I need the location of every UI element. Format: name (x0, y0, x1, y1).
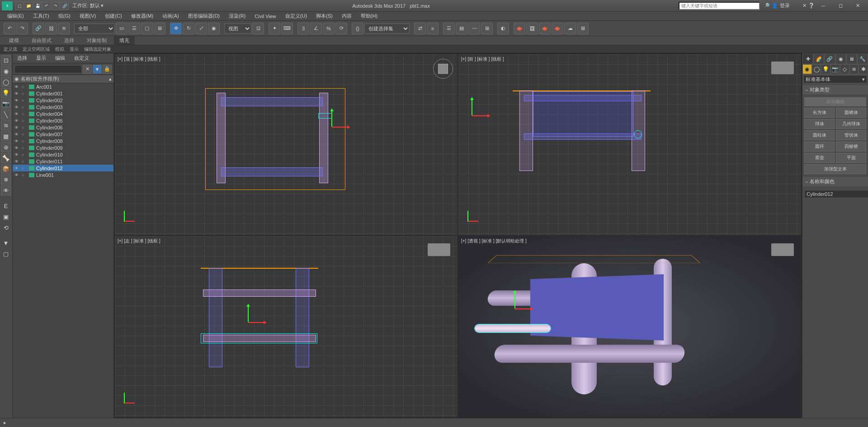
freeze-icon[interactable]: ○ (22, 85, 27, 89)
scene-object-row[interactable]: 👁○Cylinder006 (13, 124, 113, 131)
select-move-button[interactable]: ✥ (170, 23, 182, 34)
freeze-icon[interactable]: ○ (22, 112, 27, 116)
geometry-category-icon[interactable]: ◉ (802, 64, 812, 74)
scene-object-row[interactable]: 👁○Cylinder002 (13, 97, 113, 104)
camera-filter-icon[interactable]: 📷 (1, 99, 11, 109)
scene-tab-3[interactable]: 自定义 (70, 53, 94, 63)
ribbon-sub-1[interactable]: 定义空闲区域 (23, 46, 50, 52)
scene-filter-input[interactable] (14, 65, 82, 73)
menu-内容[interactable]: 内容 (338, 12, 355, 20)
link-button[interactable]: 🔗 (33, 23, 44, 34)
select-all-icon[interactable]: ⊡ (1, 55, 11, 65)
unlink-button[interactable]: ⛓ (45, 23, 57, 34)
scene-object-row[interactable]: 👁○Cylinder005 (13, 117, 113, 124)
shape-filter-icon[interactable]: ◯ (1, 77, 11, 87)
scene-object-row[interactable]: 👁○Cylinder010 (13, 151, 113, 158)
primitive-平面[interactable]: 平面 (836, 153, 866, 163)
named-selection-set[interactable]: 创建选择集 (364, 24, 410, 33)
menu-脚本[interactable]: 脚本(S) (312, 12, 336, 20)
visibility-icon[interactable]: 👁 (14, 132, 20, 137)
ribbon-tab-2[interactable]: 选择 (59, 36, 80, 45)
primitive-茶壶[interactable]: 茶壶 (804, 153, 835, 163)
spacewarps-category-icon[interactable]: ≋ (849, 64, 859, 74)
toggle-ribbon-button[interactable]: ▤ (456, 23, 467, 34)
collapse-icon[interactable]: ▣ (1, 212, 11, 222)
menu-图形编辑器[interactable]: 图形编辑器(D) (184, 12, 223, 20)
help-icon[interactable]: ❔ (808, 3, 815, 9)
visibility-icon[interactable]: 👁 (14, 166, 20, 171)
render-in-cloud-button[interactable]: ☁ (564, 23, 576, 34)
menu-工具[interactable]: 工具(T) (29, 12, 53, 20)
open-icon[interactable]: 📁 (24, 2, 33, 10)
visibility-icon[interactable]: 👁 (14, 152, 20, 157)
menu-动画[interactable]: 动画(A) (159, 12, 183, 20)
material-editor-button[interactable]: ◐ (497, 23, 509, 34)
open-a360-button[interactable]: ⊞ (577, 23, 589, 34)
group-filter-icon[interactable]: ▦ (1, 131, 11, 141)
scene-object-row[interactable]: 👁○Line001 (13, 171, 113, 178)
percent-snap-button[interactable]: % (323, 23, 335, 34)
rendered-frame-button[interactable]: 🖼 (526, 23, 538, 34)
angle-snap-button[interactable]: ∠ (310, 23, 322, 34)
undo-icon[interactable]: ↶ (42, 2, 51, 10)
xref-filter-icon[interactable]: ⊕ (1, 142, 11, 152)
primitive-加强型文本[interactable]: 加强型文本 (804, 164, 866, 174)
utilities-tab[interactable]: 🔧 (857, 53, 868, 64)
scene-tab-1[interactable]: 显示 (32, 53, 51, 63)
scene-object-row[interactable]: 👁○Cylinder009 (13, 144, 113, 151)
name-color-rollout[interactable]: −名称和颜色 (802, 177, 868, 186)
ref-coord-system[interactable]: 视图 (224, 24, 251, 33)
filter-toggle-icon[interactable]: ▼ (93, 65, 102, 74)
viewport-front[interactable]: [+] [前 ] [标准 ] [线框 ] (458, 54, 801, 235)
hierarchy-tab[interactable]: 🔗 (824, 53, 835, 64)
visibility-icon[interactable]: 👁 (14, 112, 20, 116)
viewport-perspective[interactable]: [+] [透视 ] [标准 ] [默认明暗处理 ] (458, 236, 801, 417)
workspace-selector[interactable]: 工作区: 默认 (72, 2, 100, 9)
shapes-category-icon[interactable]: ◯ (812, 64, 821, 74)
sync-icon[interactable]: ⟲ (1, 223, 11, 232)
scene-tab-0[interactable]: 选择 (13, 53, 32, 63)
select-rotate-button[interactable]: ↻ (183, 23, 194, 34)
redo-icon[interactable]: ↷ (52, 2, 60, 10)
scene-object-row[interactable]: 👁○Cylinder003 (13, 104, 113, 110)
primitive-圆锥体[interactable]: 圆锥体 (836, 108, 866, 118)
create-tab[interactable]: ✚ (802, 53, 813, 64)
manipulate-button[interactable]: ✦ (269, 23, 280, 34)
autogrid-checkbox[interactable]: 自动栅格 (804, 97, 866, 106)
select-region-button[interactable]: ▢ (141, 23, 153, 34)
visibility-icon[interactable]: 👁 (14, 139, 20, 143)
viewport-top[interactable]: [+] [顶 ] [标准 ] [线框 ] (115, 54, 458, 235)
scene-object-row[interactable]: 👁○Cylinder001 (13, 90, 113, 97)
viewcube-icon[interactable] (428, 243, 450, 256)
scene-object-row[interactable]: 👁○Arc001 (13, 83, 113, 90)
scene-object-row[interactable]: 👁○Cylinder011 (13, 158, 113, 165)
menu-Civil View[interactable]: Civil View (251, 13, 279, 20)
redo-button[interactable]: ↷ (16, 23, 28, 34)
category-dropdown[interactable]: 标准基本体▾ (803, 75, 867, 83)
render-production-button[interactable]: 🫖 (539, 23, 551, 34)
save-icon[interactable]: 💾 (33, 2, 42, 10)
viewcube-icon[interactable] (771, 243, 794, 256)
freeze-icon[interactable]: ○ (22, 159, 27, 164)
menu-视图[interactable]: 视图(V) (76, 12, 100, 20)
ribbon-tab-1[interactable]: 自由形式 (26, 36, 57, 45)
visibility-icon[interactable]: 👁 (14, 91, 20, 96)
login-button[interactable]: 登录 (780, 2, 790, 9)
helper-filter-icon[interactable]: ╲ (1, 109, 11, 119)
search-input[interactable] (679, 2, 760, 10)
visibility-icon[interactable]: 👁 (14, 119, 20, 123)
motion-tab[interactable]: ◉ (835, 53, 846, 64)
ribbon-sub-4[interactable]: 编辑选定对象 (84, 46, 111, 52)
light-filter-icon[interactable]: 💡 (1, 88, 11, 98)
visibility-icon[interactable]: 👁 (14, 85, 20, 89)
new-icon[interactable]: ▢ (15, 2, 24, 10)
ribbon-tab-3[interactable]: 对象绘制 (81, 36, 112, 45)
visibility-icon[interactable]: 👁 (14, 98, 20, 103)
viewcube-icon[interactable] (771, 62, 794, 74)
expand-icon[interactable]: E (1, 201, 11, 211)
maximize-button[interactable]: ◻ (832, 1, 849, 10)
viewcube-icon[interactable] (433, 59, 453, 79)
spinner-snap-button[interactable]: ⟳ (335, 23, 347, 34)
freeze-icon[interactable]: ○ (22, 132, 27, 137)
menu-编辑[interactable]: 编辑(E) (4, 12, 28, 20)
